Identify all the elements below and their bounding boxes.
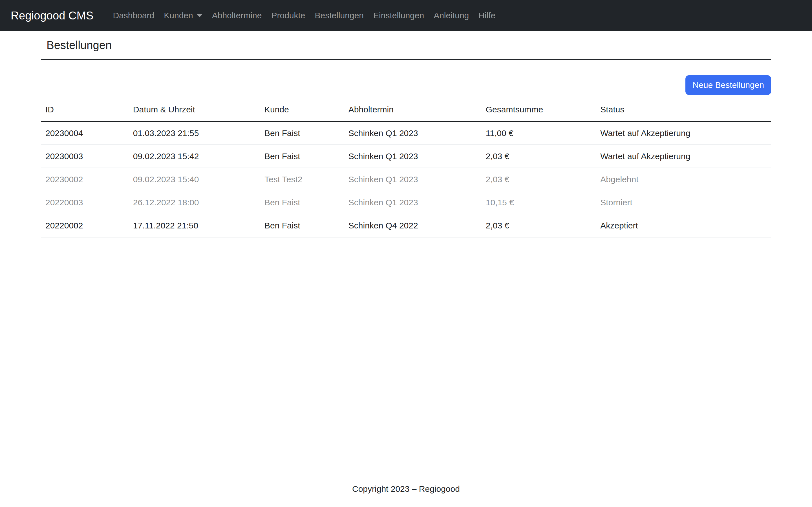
- cell-id: 20230002: [41, 168, 129, 191]
- cell-id: 20230004: [41, 121, 129, 145]
- cell-datetime: 01.03.2023 21:55: [129, 121, 260, 145]
- cell-datetime: 26.12.2022 18:00: [129, 191, 260, 214]
- cell-gesamtsumme: 2,03 €: [481, 214, 596, 237]
- cell-id: 20220003: [41, 191, 129, 214]
- nav-item-einstellungen[interactable]: Einstellungen: [368, 6, 429, 25]
- column-header-id: ID: [41, 98, 129, 121]
- column-header-abholtermin: Abholtermin: [344, 98, 481, 121]
- cell-datetime: 09.02.2023 15:40: [129, 168, 260, 191]
- cell-id: 20220002: [41, 214, 129, 237]
- orders-table: ID Datum & Uhrzeit Kunde Abholtermin Ges…: [41, 98, 771, 237]
- nav-item-hilfe[interactable]: Hilfe: [474, 6, 500, 25]
- cell-status: Wartet auf Akzeptierung: [596, 121, 771, 145]
- table-header-row: ID Datum & Uhrzeit Kunde Abholtermin Ges…: [41, 98, 771, 121]
- column-header-datetime: Datum & Uhrzeit: [129, 98, 260, 121]
- top-navbar: Regiogood CMS Dashboard Kunden Ab: [0, 0, 812, 31]
- cell-abholtermin: Schinken Q4 2022: [344, 214, 481, 237]
- cell-abholtermin: Schinken Q1 2023: [344, 168, 481, 191]
- nav-item-bestellungen[interactable]: Bestellungen: [310, 6, 368, 25]
- column-header-gesamtsumme: Gesamtsumme: [481, 98, 596, 121]
- cell-abholtermin: Schinken Q1 2023: [344, 121, 481, 145]
- title-block: Bestellungen: [41, 31, 771, 60]
- cell-gesamtsumme: 11,00 €: [481, 121, 596, 145]
- nav-item-anleitung[interactable]: Anleitung: [429, 6, 474, 25]
- cell-abholtermin: Schinken Q1 2023: [344, 191, 481, 214]
- table-row[interactable]: 20220003 26.12.2022 18:00 Ben Faist Schi…: [41, 191, 771, 214]
- table-row[interactable]: 20230004 01.03.2023 21:55 Ben Faist Schi…: [41, 121, 771, 145]
- cell-gesamtsumme: 2,03 €: [481, 168, 596, 191]
- table-row[interactable]: 20230003 09.02.2023 15:42 Ben Faist Schi…: [41, 145, 771, 168]
- nav-item-dashboard[interactable]: Dashboard: [108, 6, 159, 25]
- column-header-status: Status: [596, 98, 771, 121]
- cell-status: Akzeptiert: [596, 214, 771, 237]
- cell-kunde: Ben Faist: [260, 214, 344, 237]
- cell-status: Abgelehnt: [596, 168, 771, 191]
- cell-id: 20230003: [41, 145, 129, 168]
- cell-kunde: Ben Faist: [260, 121, 344, 145]
- column-header-kunde: Kunde: [260, 98, 344, 121]
- nav-item-kunden[interactable]: Kunden: [159, 6, 207, 25]
- cell-kunde: Ben Faist: [260, 191, 344, 214]
- cell-datetime: 17.11.2022 21:50: [129, 214, 260, 237]
- table-row[interactable]: 20230002 09.02.2023 15:40 Test Test2 Sch…: [41, 168, 771, 191]
- copyright-footer: Copyright 2023 – Regiogood: [0, 476, 812, 507]
- cell-status: Wartet auf Akzeptierung: [596, 145, 771, 168]
- cell-abholtermin: Schinken Q1 2023: [344, 145, 481, 168]
- main-content: Bestellungen Neue Bestellungen ID Datum …: [41, 31, 771, 476]
- page: Regiogood CMS Dashboard Kunden Ab: [0, 0, 812, 507]
- chevron-down-icon: [197, 14, 202, 17]
- cell-kunde: Test Test2: [260, 168, 344, 191]
- new-order-button[interactable]: Neue Bestellungen: [686, 75, 771, 95]
- toolbar: Neue Bestellungen: [41, 75, 771, 95]
- cell-gesamtsumme: 10,15 €: [481, 191, 596, 214]
- cell-datetime: 09.02.2023 15:42: [129, 145, 260, 168]
- cell-gesamtsumme: 2,03 €: [481, 145, 596, 168]
- nav-item-abholtermine[interactable]: Abholtermine: [207, 6, 267, 25]
- nav-menu: Dashboard Kunden Abholtermine: [108, 6, 500, 25]
- cell-kunde: Ben Faist: [260, 145, 344, 168]
- cell-status: Storniert: [596, 191, 771, 214]
- page-title: Bestellungen: [47, 38, 771, 52]
- nav-item-produkte[interactable]: Produkte: [266, 6, 310, 25]
- table-row[interactable]: 20220002 17.11.2022 21:50 Ben Faist Schi…: [41, 214, 771, 237]
- brand-logo[interactable]: Regiogood CMS: [11, 9, 94, 22]
